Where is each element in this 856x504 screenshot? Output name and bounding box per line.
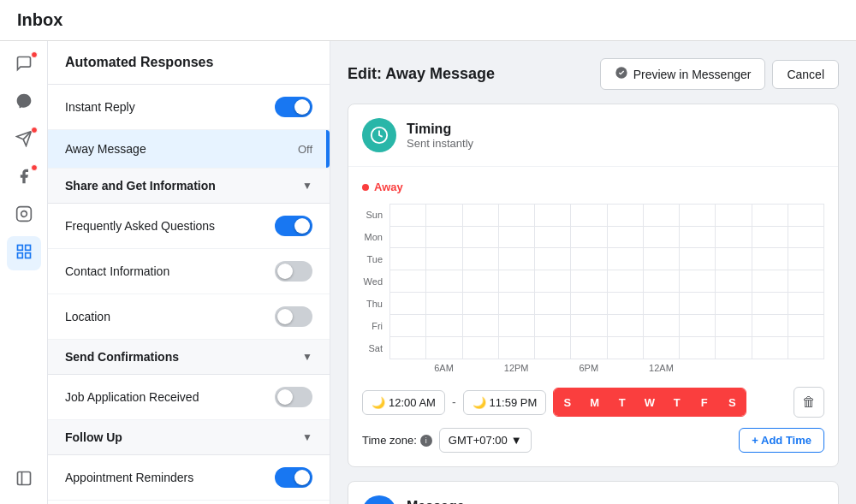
grid-icon	[15, 243, 33, 264]
sidebar-item-bottom[interactable]	[7, 463, 41, 497]
send-icon	[15, 130, 33, 151]
section-share-label: Share and Get Information	[65, 179, 216, 193]
timing-icon	[362, 118, 396, 152]
page-title: Inbox	[17, 10, 62, 29]
list-item-away-message[interactable]: Away Message Off	[48, 130, 330, 169]
day-selector: S M T W T F S	[553, 388, 746, 417]
messenger-preview-icon	[615, 66, 628, 82]
appointment-reminders-label: Appointment Reminders	[65, 471, 193, 484]
cancel-button[interactable]: Cancel	[772, 60, 839, 89]
timing-subtitle: Sent instantly	[407, 137, 473, 150]
day-btn-t1[interactable]: T	[609, 388, 636, 416]
message-card: Message Customize the message you send.	[348, 481, 839, 504]
instant-reply-label: Instant Reply	[65, 100, 135, 114]
away-badge: Away	[362, 181, 824, 193]
timezone-row: Time zone: i GMT+07:00 ▼ + Add Time	[362, 428, 824, 453]
chart-container: Sun	[362, 204, 824, 373]
day-btn-m[interactable]: M	[581, 388, 609, 416]
location-toggle[interactable]	[275, 306, 312, 327]
message-card-icon	[362, 495, 396, 504]
faq-toggle[interactable]	[275, 216, 312, 236]
day-btn-w[interactable]: W	[636, 388, 663, 416]
list-item-job-application[interactable]: Job Application Received	[48, 375, 330, 420]
svg-rect-4	[17, 245, 22, 250]
timing-title: Timing	[407, 122, 473, 137]
facebook-icon	[15, 168, 33, 189]
job-application-label: Job Application Received	[65, 390, 199, 404]
edit-title: Edit: Away Message	[348, 65, 495, 83]
chevron-down-icon: ▼	[302, 180, 312, 192]
info-icon[interactable]: i	[420, 435, 432, 447]
time-start-input[interactable]: 🌙 12:00 AM	[362, 390, 445, 415]
collapse-icon	[15, 470, 33, 491]
day-btn-f[interactable]: F	[691, 388, 718, 416]
list-item-instant-reply[interactable]: Instant Reply	[48, 85, 330, 130]
icon-sidebar	[0, 41, 48, 504]
main-content: Edit: Away Message Preview in Messenger …	[330, 41, 856, 504]
sidebar-item-inbox[interactable]	[7, 48, 41, 82]
timezone-value: GMT+07:00	[449, 434, 508, 447]
panel-header: Automated Responses	[48, 41, 330, 85]
chevron-down-icon-2: ▼	[302, 351, 312, 363]
instagram-icon	[15, 205, 33, 227]
time-start-value: 12:00 AM	[389, 396, 436, 409]
sidebar-item-facebook[interactable]	[7, 161, 41, 195]
job-application-toggle[interactable]	[275, 387, 312, 407]
delete-time-button[interactable]: 🗑	[794, 387, 824, 418]
svg-rect-2	[16, 206, 31, 221]
away-dot	[362, 184, 369, 191]
messenger-icon	[15, 92, 33, 114]
appointment-reminders-toggle[interactable]	[275, 467, 312, 488]
svg-rect-5	[25, 245, 30, 250]
message-title: Message	[407, 499, 577, 505]
sidebar-item-instagram[interactable]	[7, 199, 41, 233]
timing-card-info: Timing Sent instantly	[407, 122, 473, 150]
moon-icon-end: 🌙	[473, 396, 486, 409]
time-separator: -	[452, 395, 456, 409]
time-end-input[interactable]: 🌙 11:59 PM	[463, 390, 547, 415]
svg-rect-6	[25, 252, 30, 258]
away-message-label: Away Message	[65, 142, 146, 156]
svg-rect-7	[17, 252, 22, 258]
sidebar-item-send[interactable]	[7, 123, 41, 157]
day-btn-t2[interactable]: T	[663, 388, 691, 416]
timezone-select[interactable]: GMT+07:00 ▼	[439, 428, 532, 453]
chart-grid: Sun	[362, 204, 824, 359]
top-bar: Inbox	[0, 0, 856, 41]
list-item-appointment-reminders[interactable]: Appointment Reminders	[48, 455, 330, 501]
instant-reply-toggle[interactable]	[275, 97, 312, 117]
trash-icon: 🗑	[802, 394, 816, 410]
timezone-label: Time zone: i	[362, 434, 432, 447]
contact-info-label: Contact Information	[65, 264, 169, 278]
responses-panel: Automated Responses Instant Reply Away M…	[48, 41, 330, 504]
faq-label: Frequently Asked Questions	[65, 219, 215, 233]
away-label: Away	[374, 181, 403, 193]
message-card-info: Message Customize the message you send.	[407, 499, 577, 505]
list-item-faq[interactable]: Frequently Asked Questions	[48, 204, 330, 249]
section-share-get-info[interactable]: Share and Get Information ▼	[48, 169, 330, 204]
section-follow-up-label: Follow Up	[65, 430, 122, 444]
away-message-value: Off	[298, 143, 312, 156]
chevron-down-icon-3: ▼	[302, 431, 312, 443]
sidebar-item-messenger[interactable]	[7, 86, 41, 120]
edit-header: Edit: Away Message Preview in Messenger …	[348, 58, 839, 90]
inbox-icon	[15, 55, 33, 76]
location-label: Location	[65, 310, 110, 323]
section-send-conf-label: Send Confirmations	[65, 350, 179, 364]
list-item-location[interactable]: Location	[48, 294, 330, 340]
section-send-confirmations[interactable]: Send Confirmations ▼	[48, 340, 330, 375]
add-time-button[interactable]: + Add Time	[739, 428, 824, 453]
moon-icon-start: 🌙	[372, 396, 385, 409]
day-btn-s1[interactable]: S	[554, 388, 581, 416]
preview-messenger-button[interactable]: Preview in Messenger	[600, 58, 766, 90]
edit-actions: Preview in Messenger Cancel	[600, 58, 839, 90]
sidebar-item-grid[interactable]	[7, 236, 41, 270]
contact-info-toggle[interactable]	[275, 261, 312, 282]
list-item-contact-info[interactable]: Contact Information	[48, 249, 330, 294]
timing-card: Timing Sent instantly Away Sun	[348, 104, 839, 467]
time-end-value: 11:59 PM	[490, 396, 538, 409]
day-btn-s2[interactable]: S	[718, 388, 746, 416]
svg-rect-8	[17, 471, 30, 484]
message-card-header: Message Customize the message you send.	[348, 482, 838, 504]
section-follow-up[interactable]: Follow Up ▼	[48, 420, 330, 455]
